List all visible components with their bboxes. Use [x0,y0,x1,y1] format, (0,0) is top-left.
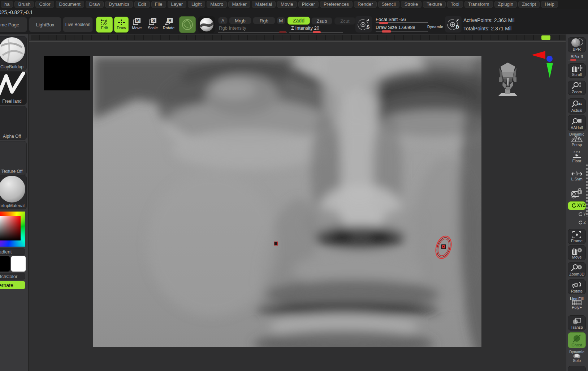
draw-mode-button[interactable]: Draw [114,17,129,33]
menu-item-draw[interactable]: Draw [86,1,104,8]
menu-item-zscript[interactable]: Zscript [518,1,540,8]
current-material-startupmaterial[interactable]: artupMaterial [0,175,27,209]
move-mode-button[interactable]: M Move [129,17,144,30]
menu-item-help[interactable]: Help [541,1,558,8]
focal-shift-handle[interactable] [379,22,388,24]
rotate-camera-button[interactable]: Rotate [568,279,586,294]
zoom-button[interactable]: Zoom [568,81,586,95]
lock-camera-button[interactable] [568,184,586,200]
viewport-canvas[interactable] [28,34,566,371]
menu-item-layer[interactable]: Layer [168,1,187,8]
edit-mode-button[interactable]: Edit [96,17,113,33]
rgb-intensity-handle[interactable] [279,31,286,33]
menu-item-material[interactable]: Material [252,1,276,8]
color-picker[interactable] [0,212,25,247]
floor-icon [571,153,582,159]
current-brush-claybuildup[interactable]: ClayBuildup [0,36,27,71]
solo-button[interactable]: Solo [568,353,586,363]
z-intensity-handle[interactable] [313,31,321,33]
gradient-button[interactable]: adient [0,248,25,255]
zadd-button[interactable]: Zadd [287,17,310,25]
camera-orientation-head-widget[interactable] [497,60,518,96]
mode-m-button[interactable]: M [277,17,285,24]
mode-mrgb-button[interactable]: Mrgb [229,17,251,24]
menu-item-brush[interactable]: Brush [14,1,34,8]
menu-item-file[interactable]: File [151,1,166,8]
zoom3d-button[interactable]: Zoom3D [568,262,586,277]
rotate-mode-button[interactable]: R Rotate [161,17,176,30]
axis-y-green-arrow[interactable] [546,63,553,78]
menu-item-document[interactable]: Document [56,1,84,8]
stroke-settings-button[interactable]: S [355,16,372,33]
menu-item-texture[interactable]: Texture [423,1,446,8]
rgb-intensity-slider[interactable]: Rgb Intensity [219,25,246,31]
rgb-intensity-track[interactable] [218,32,287,33]
rotate-constraint-xyz-button[interactable]: XYZ [568,201,586,210]
material-preview-sphere[interactable] [198,16,215,33]
actual-size-button[interactable]: x1 Actual [568,98,586,114]
zcut-button[interactable]: Zcut [334,17,355,25]
draw-size-handle[interactable] [382,30,391,33]
menu-item-picker[interactable]: Picker [298,1,319,8]
menu-item-stencil[interactable]: Stencil [378,1,399,8]
zsub-button[interactable]: Zsub [311,17,332,25]
partial-bottom-button[interactable] [568,366,586,371]
rotate-constraint-y-button[interactable]: Y [568,212,586,217]
current-stroke-freehand[interactable]: FreeHand [0,71,27,105]
menu-item-tool[interactable]: Tool [447,1,463,8]
axis-x-red-arrow[interactable] [531,51,545,59]
mode-rgb-button[interactable]: Rgb [253,17,275,24]
mode-a-button[interactable]: A [218,17,228,24]
ghost-transparency-button[interactable]: Ghost [568,332,586,348]
main-color-swatch[interactable] [0,256,10,272]
sculptris-pro-button[interactable] [179,16,196,33]
bpr-render-button[interactable]: BPR [568,37,586,52]
menu-item-light[interactable]: Light [188,1,205,8]
switch-color-button[interactable]: itchColor [0,273,25,280]
menu-item-dynamics[interactable]: Dynamics [105,1,133,8]
polyframe-button[interactable]: PolyF [568,300,586,310]
current-alpha-off[interactable]: Alpha Off [0,106,27,140]
home-page-button[interactable]: ome Page [0,17,27,32]
menu-item-stroke[interactable]: Stroke [401,1,422,8]
menu-item-transform[interactable]: Transform [464,1,493,8]
z-intensity-slider[interactable]: Z Intensity 20 [291,25,319,31]
frame-button[interactable]: Frame [568,229,586,244]
menu-item-macro[interactable]: Macro [207,1,227,8]
aahalf-button[interactable]: AAHalf [568,115,586,131]
menu-item-edit[interactable]: Edit [134,1,150,8]
draw-size-dynamic-label[interactable]: Dynamic [427,25,443,29]
secondary-color-swatch[interactable] [11,256,26,272]
menu-item-movie[interactable]: Movie [277,1,297,8]
sculpt-document[interactable] [93,56,481,347]
tray-scrollbar[interactable] [586,165,588,217]
floor-button[interactable]: Floor [568,153,586,164]
color-picker-sv-square[interactable] [0,216,21,240]
menu-item-marker[interactable]: Marker [228,1,250,8]
live-boolean-button[interactable]: Live Boolean [63,17,93,32]
focal-shift-slider[interactable]: Focal Shift -56 [376,17,406,22]
zoom3d-icon [571,264,583,272]
canvas-scroll-strip[interactable] [31,35,566,40]
menu-item-alpha[interactable]: ha [1,1,13,8]
scroll-button[interactable]: Scroll [568,63,586,78]
dynamic-brush-size-button[interactable]: D [445,16,462,33]
menu-item-preferences[interactable]: Preferences [320,1,353,8]
transparency-button[interactable]: Transp [568,315,586,331]
persp-button[interactable]: Persp [568,136,586,148]
menu-item-zplugin[interactable]: Zplugin [494,1,517,8]
rotate-constraint-z-button[interactable]: Z [568,220,586,226]
local-symmetry-button[interactable]: L.Sym [568,167,586,182]
draw-size-slider[interactable]: Draw Size 1.66988 [376,25,415,30]
menu-item-color[interactable]: Color [35,1,54,8]
scale-mode-button[interactable]: S Scale [145,17,160,30]
canvas-scroll-thumb[interactable] [541,35,550,40]
menu-item-render[interactable]: Render [354,1,377,8]
axis-z-blue-dot[interactable] [546,56,553,62]
spix-handle[interactable] [570,59,576,61]
current-texture-off[interactable]: Texture Off [0,141,27,175]
move-camera-button[interactable]: Move [568,245,586,260]
alternate-button[interactable]: ernate [0,281,25,289]
lightbox-button[interactable]: LightBox [29,17,61,32]
spix-slider[interactable]: SPix 3 [566,54,587,59]
